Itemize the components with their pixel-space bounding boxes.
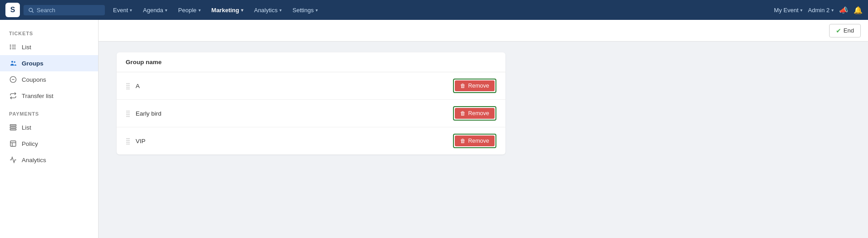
chevron-down-icon: ▾ (165, 8, 167, 13)
svg-rect-14 (10, 129, 16, 130)
svg-rect-13 (10, 127, 16, 128)
trash-icon: 🗑 (460, 83, 466, 89)
table-row: ⣿ VIP 🗑 Remove (117, 127, 505, 154)
trash-icon: 🗑 (460, 138, 466, 144)
sidebar-item-tickets-list[interactable]: List (0, 39, 98, 55)
svg-rect-12 (10, 125, 16, 126)
list-icon (9, 43, 17, 51)
transfer-icon (9, 92, 17, 100)
svg-point-0 (29, 8, 33, 12)
sidebar-item-payments-list[interactable]: List (0, 119, 98, 135)
search-icon (28, 7, 34, 13)
chevron-down-icon: ▾ (831, 8, 834, 13)
svg-point-7 (10, 48, 10, 49)
nav-item-settings[interactable]: Settings ▾ (288, 4, 322, 16)
nav-item-event[interactable]: Event ▾ (108, 4, 137, 16)
sidebar-item-transfer-list[interactable]: Transfer list (0, 88, 98, 104)
groups-table: Group name ⣿ A 🗑 Remove ⣿ Early bird (117, 52, 505, 154)
groups-icon (9, 59, 17, 67)
chevron-down-icon: ▾ (130, 8, 132, 13)
svg-point-5 (10, 45, 10, 45)
admin-dropdown[interactable]: Admin 2 ▾ (808, 7, 834, 14)
svg-point-6 (10, 47, 10, 47)
sidebar-item-payments-analytics[interactable]: Analytics (0, 152, 98, 168)
content-area: Group name ⣿ A 🗑 Remove ⣿ Early bird (99, 42, 868, 165)
sidebar-item-transfer-list-label: Transfer list (22, 93, 53, 99)
top-navigation: S Event ▾ Agenda ▾ People ▾ Marketing ▾ … (0, 0, 868, 20)
chevron-down-icon: ▾ (241, 8, 243, 13)
nav-right: My Event ▾ Admin 2 ▾ 📣 🔔 (774, 6, 863, 14)
sidebar-item-payments-analytics-label: Analytics (22, 157, 46, 163)
nav-item-marketing[interactable]: Marketing ▾ (207, 4, 248, 16)
tickets-section-title: TICKETS (0, 23, 98, 39)
remove-button-wrap-a: 🗑 Remove (453, 79, 496, 93)
chevron-down-icon: ▾ (279, 8, 282, 13)
svg-point-9 (14, 61, 15, 63)
chevron-down-icon: ▾ (316, 8, 318, 13)
sidebar-item-tickets-list-label: List (22, 44, 31, 51)
megaphone-icon[interactable]: 📣 (839, 6, 848, 14)
sidebar-item-policy[interactable]: Policy (0, 135, 98, 152)
coupons-icon (9, 75, 17, 84)
my-event-dropdown[interactable]: My Event ▾ (774, 7, 802, 14)
policy-icon (9, 140, 17, 148)
drag-handle-icon[interactable]: ⣿ (126, 137, 130, 145)
table-row: ⣿ Early bird 🗑 Remove (117, 100, 505, 127)
end-bar: ✔ End (99, 20, 868, 42)
sidebar-item-coupons-label: Coupons (22, 76, 46, 83)
drag-handle-icon[interactable]: ⣿ (126, 82, 130, 89)
svg-line-1 (32, 11, 33, 12)
nav-items: Event ▾ Agenda ▾ People ▾ Marketing ▾ An… (108, 4, 770, 16)
group-name-early-bird: Early bird (136, 110, 453, 117)
sidebar: TICKETS List Groups Coupons (0, 20, 99, 238)
chevron-down-icon: ▾ (198, 8, 201, 13)
sidebar-item-coupons[interactable]: Coupons (0, 71, 98, 88)
nav-item-agenda[interactable]: Agenda ▾ (138, 4, 172, 16)
trash-icon: 🗑 (460, 110, 466, 117)
main-content: ✔ End Group name ⣿ A 🗑 Remove (99, 20, 868, 238)
sidebar-item-policy-label: Policy (22, 140, 38, 147)
remove-button-wrap-vip: 🗑 Remove (453, 134, 496, 148)
svg-point-8 (11, 61, 13, 63)
group-name-vip: VIP (136, 138, 453, 145)
check-icon: ✔ (836, 27, 841, 34)
analytics-icon (9, 156, 17, 164)
drag-handle-icon[interactable]: ⣿ (126, 110, 130, 117)
payments-section-title: PAYMENTS (0, 104, 98, 119)
main-layout: TICKETS List Groups Coupons (0, 20, 868, 238)
end-button[interactable]: ✔ End (829, 24, 861, 37)
remove-button-a[interactable]: 🗑 Remove (455, 80, 495, 91)
table-row: ⣿ A 🗑 Remove (117, 72, 505, 100)
sidebar-item-payments-list-label: List (22, 124, 31, 131)
remove-button-wrap-early-bird: 🗑 Remove (453, 106, 496, 121)
svg-rect-15 (10, 141, 16, 146)
nav-item-analytics[interactable]: Analytics ▾ (250, 4, 286, 16)
groups-table-header: Group name (117, 52, 505, 72)
app-logo: S (5, 3, 20, 17)
sidebar-item-groups[interactable]: Groups (0, 55, 98, 71)
chevron-down-icon: ▾ (800, 8, 802, 13)
sidebar-item-groups-label: Groups (22, 60, 43, 67)
remove-button-early-bird[interactable]: 🗑 Remove (455, 108, 495, 119)
bell-icon[interactable]: 🔔 (854, 6, 863, 14)
search-box[interactable] (24, 5, 105, 15)
nav-item-people[interactable]: People ▾ (174, 4, 205, 16)
remove-button-vip[interactable]: 🗑 Remove (455, 135, 495, 146)
list-icon (9, 123, 17, 131)
group-name-a: A (136, 83, 453, 89)
search-input[interactable] (37, 7, 100, 14)
